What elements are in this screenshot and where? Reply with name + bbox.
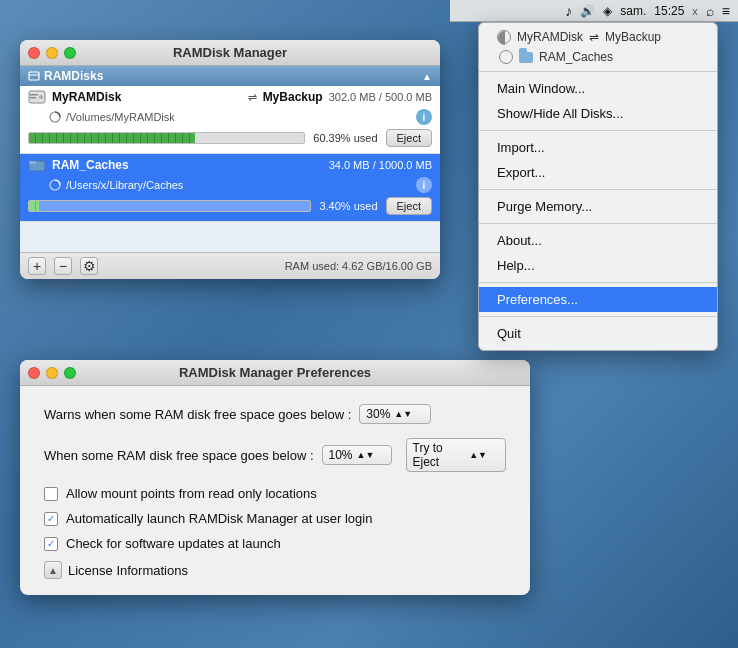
dropdown-disk2-folder xyxy=(519,50,533,64)
disclosure-label: License Informations xyxy=(68,563,188,578)
disk2-info-btn[interactable]: i xyxy=(416,177,432,193)
svg-rect-8 xyxy=(29,161,36,164)
svg-rect-4 xyxy=(30,94,38,96)
disk2-path-row: /Users/x/Library/Caches i xyxy=(20,176,440,195)
ramdisks-header: RAMDisks ▲ xyxy=(20,66,440,86)
ramdisk-title: RAMDisk Manager xyxy=(173,45,287,60)
ramdisk-titlebar: RAMDisk Manager xyxy=(20,40,440,66)
disk-entry-2: RAM_Caches 34.0 MB / 1000.0 MB /Users/x/… xyxy=(20,154,440,222)
dropdown-disk1-row[interactable]: MyRAMDisk ⇌ MyBackup xyxy=(479,27,717,47)
menu-item-preferences[interactable]: Preferences... xyxy=(479,287,717,312)
ram-used-text: RAM used: 4.62 GB/16.00 GB xyxy=(285,260,432,272)
disk2-path: /Users/x/Library/Caches xyxy=(66,179,412,191)
separator-2 xyxy=(479,130,717,131)
prefs-row2-action-arrow: ▲▼ xyxy=(469,450,487,460)
disk-list-empty xyxy=(20,222,440,252)
prefs-row1-select[interactable]: 30% ▲▼ xyxy=(359,404,431,424)
disk2-name: RAM_Caches xyxy=(52,158,323,172)
ramdisks-header-label: RAMDisks xyxy=(44,69,103,83)
prefs-row1-label: Warns when some RAM disk free space goes… xyxy=(44,407,351,422)
menu-icon[interactable]: ≡ xyxy=(722,3,730,19)
dropdown-disk1-name: MyRAMDisk xyxy=(517,30,583,44)
separator-3 xyxy=(479,189,717,190)
separator-1 xyxy=(479,71,717,72)
prefs-row1-arrow: ▲▼ xyxy=(394,409,412,419)
menu-item-quit[interactable]: Quit xyxy=(479,321,717,346)
disk2-eject-button[interactable]: Eject xyxy=(386,197,432,215)
prefs-zoom-button[interactable] xyxy=(64,367,76,379)
menubar: ♪ 🔊 ◈ sam. 15:25 x ⌕ ≡ xyxy=(450,0,738,22)
disk1-size: 302.0 MB / 500.0 MB xyxy=(329,91,432,103)
disk2-progress-bar xyxy=(28,200,311,212)
disk2-folder-icon xyxy=(28,158,46,172)
volume-icon[interactable]: 🔊 xyxy=(580,4,595,18)
disk1-icon xyxy=(497,30,511,44)
disk2-progress-text: 3.40% used xyxy=(319,200,377,212)
menu-item-help[interactable]: Help... xyxy=(479,253,717,278)
disk2-icon xyxy=(499,50,513,64)
prefs-checkbox-2-label: Automatically launch RAMDisk Manager at … xyxy=(66,511,372,526)
menu-item-export[interactable]: Export... xyxy=(479,160,717,185)
prefs-checkbox-2[interactable]: ✓ xyxy=(44,512,58,526)
prefs-checkbox-3[interactable]: ✓ xyxy=(44,537,58,551)
ramdisks-header-arrow[interactable]: ▲ xyxy=(422,71,432,82)
prefs-row2-select[interactable]: 10% ▲▼ xyxy=(322,445,392,465)
folder-icon xyxy=(519,52,533,63)
disk1-eject-button[interactable]: Eject xyxy=(386,129,432,147)
ramdisks-header-icon xyxy=(28,70,40,82)
prefs-checkbox-3-label: Check for software updates at launch xyxy=(66,536,281,551)
svg-point-3 xyxy=(39,95,43,99)
disk1-path-row: /Volumes/MyRAMDisk i xyxy=(20,108,440,127)
prefs-row2-action-select[interactable]: Try to Eject ▲▼ xyxy=(406,438,506,472)
menu-item-import[interactable]: Import... xyxy=(479,135,717,160)
dropdown-disk2-name: RAM_Caches xyxy=(539,50,613,64)
menubar-close[interactable]: x xyxy=(692,5,698,17)
disclosure-button[interactable]: ▲ xyxy=(44,561,62,579)
close-button[interactable] xyxy=(28,47,40,59)
prefs-window: RAMDisk Manager Preferences Warns when s… xyxy=(20,360,530,595)
disk1-info-btn[interactable]: i xyxy=(416,109,432,125)
search-icon[interactable]: ⌕ xyxy=(706,3,714,19)
disk1-backup: MyBackup xyxy=(263,90,323,104)
wifi-icon[interactable]: ◈ xyxy=(603,4,612,18)
menubar-time: 15:25 xyxy=(654,4,684,18)
app-menu-icon[interactable]: ♪ xyxy=(565,3,572,19)
disk2-progress-fill xyxy=(29,201,39,211)
zoom-button[interactable] xyxy=(64,47,76,59)
prefs-close-button[interactable] xyxy=(28,367,40,379)
minimize-button[interactable] xyxy=(46,47,58,59)
about-label: About... xyxy=(497,233,542,248)
settings-button[interactable]: ⚙ xyxy=(80,257,98,275)
prefs-minimize-button[interactable] xyxy=(46,367,58,379)
traffic-lights xyxy=(28,47,76,59)
dropdown-disk2-row[interactable]: RAM_Caches xyxy=(479,47,717,67)
prefs-row1-value: 30% xyxy=(366,407,390,421)
add-disk-button[interactable]: + xyxy=(28,257,46,275)
disk1-row1[interactable]: MyRAMDisk ⇌ MyBackup 302.0 MB / 500.0 MB xyxy=(20,86,440,108)
remove-disk-button[interactable]: − xyxy=(54,257,72,275)
disk1-path: /Volumes/MyRAMDisk xyxy=(66,111,412,123)
disk2-row1[interactable]: RAM_Caches 34.0 MB / 1000.0 MB xyxy=(20,154,440,176)
prefs-row-1: Warns when some RAM disk free space goes… xyxy=(44,404,506,424)
quit-label: Quit xyxy=(497,326,521,341)
menu-item-show-hide[interactable]: Show/Hide All Disks... xyxy=(479,101,717,126)
prefs-row2-value: 10% xyxy=(329,448,353,462)
dropdown-disk1-backup: MyBackup xyxy=(605,30,661,44)
menu-item-about[interactable]: About... xyxy=(479,228,717,253)
svg-rect-0 xyxy=(29,72,39,80)
prefs-content: Warns when some RAM disk free space goes… xyxy=(20,386,530,595)
purge-label: Purge Memory... xyxy=(497,199,592,214)
main-window-label: Main Window... xyxy=(497,81,585,96)
separator-5 xyxy=(479,282,717,283)
disk1-hdd-icon xyxy=(28,90,46,104)
prefs-checkbox-2-row: ✓ Automatically launch RAMDisk Manager a… xyxy=(44,511,506,526)
menu-item-purge[interactable]: Purge Memory... xyxy=(479,194,717,219)
menu-item-main-window[interactable]: Main Window... xyxy=(479,76,717,101)
disk1-progress-bar xyxy=(28,132,305,144)
separator-6 xyxy=(479,316,717,317)
disk1-sync-icon xyxy=(48,110,62,124)
prefs-checkbox-1-row: Allow mount points from read only locati… xyxy=(44,486,506,501)
prefs-checkbox-1[interactable] xyxy=(44,487,58,501)
disk1-name: MyRAMDisk xyxy=(52,90,242,104)
prefs-row2-action: Try to Eject xyxy=(413,441,466,469)
